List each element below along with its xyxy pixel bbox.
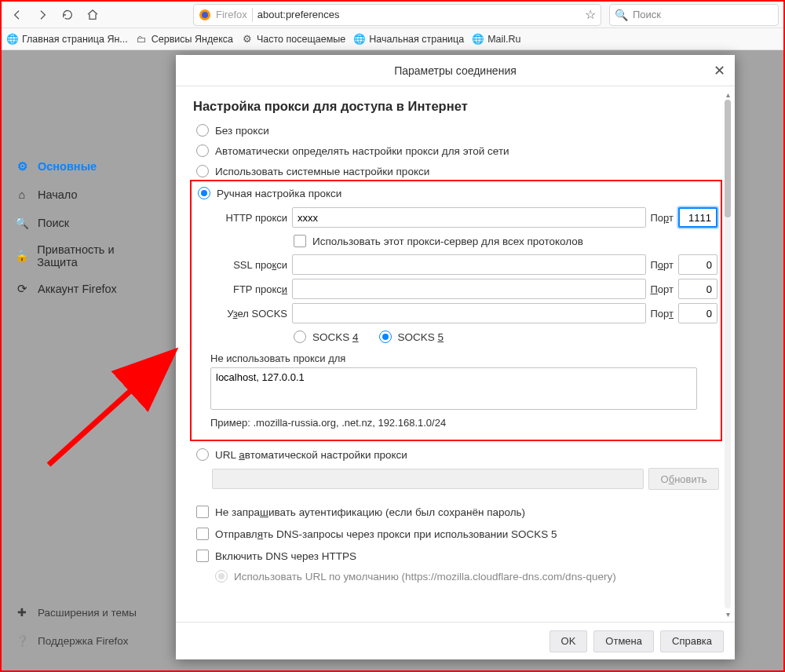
ftp-proxy-label: FTP прокси xyxy=(210,283,287,295)
no-auth-checkbox[interactable]: Не запрашивать аутентификацию (если был … xyxy=(193,501,719,523)
sidebar-item-account[interactable]: ⟳Аккаунт Firefox xyxy=(9,275,159,303)
http-port-input[interactable] xyxy=(678,207,717,228)
refresh-button: Обновить xyxy=(648,468,719,490)
reload-button[interactable] xyxy=(57,4,78,26)
radio-auto-detect[interactable]: Автоматически определять настройки прокс… xyxy=(193,141,719,161)
svg-point-1 xyxy=(202,12,208,18)
radio-system-proxy[interactable]: Использовать системные настройки прокси xyxy=(193,161,719,181)
cancel-button[interactable]: Отмена xyxy=(593,630,654,652)
sidebar-item-home[interactable]: ⌂Начало xyxy=(9,181,159,209)
ssl-proxy-row: SSL прокси Порт xyxy=(210,254,717,275)
scroll-thumb[interactable] xyxy=(725,100,731,217)
bookmark-item[interactable]: 🌐Начальная страница xyxy=(353,33,464,46)
radio-socks5[interactable] xyxy=(379,331,392,343)
manual-proxy-highlight: Ручная настройка прокси HTTP прокси Порт… xyxy=(190,180,722,441)
ok-button[interactable]: OK xyxy=(550,630,588,652)
search-icon: 🔍 xyxy=(14,215,30,231)
ssl-proxy-label: SSL прокси xyxy=(210,259,287,271)
checkbox-icon xyxy=(196,550,209,562)
use-for-all-checkbox[interactable]: Использовать этот прокси-сервер для всех… xyxy=(294,232,717,250)
bookmarks-bar: 🌐Главная страница Ян... 🗀Сервисы Яндекса… xyxy=(2,28,783,50)
browser-toolbar: Firefox about:preferences ☆ 🔍 Поиск xyxy=(2,2,783,28)
http-proxy-label: HTTP прокси xyxy=(210,212,287,224)
home-button[interactable] xyxy=(82,4,104,26)
bookmark-item[interactable]: 🌐Главная страница Ян... xyxy=(6,33,128,46)
globe-icon: 🌐 xyxy=(353,33,366,46)
ssl-proxy-input[interactable] xyxy=(292,254,646,275)
dialog-header: Параметры соединения ✕ xyxy=(176,55,735,86)
radio-pac-url[interactable]: URL автоматической настройки прокси xyxy=(193,444,719,465)
ftp-proxy-row: FTP прокси Порт xyxy=(210,279,717,299)
dialog-footer: OK Отмена Справка xyxy=(176,622,735,659)
no-proxy-example: Пример: .mozilla-russia.org, .net.nz, 19… xyxy=(210,417,717,429)
no-proxy-for-label: Не использовать прокси для xyxy=(210,352,717,364)
globe-icon: 🌐 xyxy=(472,33,484,46)
bookmark-item[interactable]: ⚙Часто посещаемые xyxy=(241,33,345,46)
pac-url-row: Обновить xyxy=(212,468,719,490)
ftp-proxy-input[interactable] xyxy=(292,279,646,299)
no-proxy-for-input[interactable] xyxy=(210,367,697,410)
gear-icon: ⚙ xyxy=(14,159,30,174)
urlbar-brand: Firefox xyxy=(216,9,247,20)
socks-port-input[interactable] xyxy=(678,303,717,323)
socks-dns-checkbox[interactable]: Отправлять DNS-запросы через прокси при … xyxy=(193,523,719,545)
url-bar[interactable]: Firefox about:preferences ☆ xyxy=(193,4,601,26)
radio-icon xyxy=(198,187,210,199)
bookmark-star-icon[interactable]: ☆ xyxy=(585,7,596,22)
radio-manual-proxy[interactable]: Ручная настройка прокси xyxy=(195,183,717,203)
doh-checkbox[interactable]: Включить DNS через HTTPS xyxy=(193,545,719,567)
socks-host-row: Узел SOCKS Порт xyxy=(210,303,717,323)
urlbar-address: about:preferences xyxy=(257,9,580,20)
radio-icon xyxy=(215,570,228,583)
sidebar-item-privacy[interactable]: 🔒Приватность и Защита xyxy=(9,237,159,275)
socks-port-label: Порт xyxy=(651,308,674,320)
dialog-body: Настройка прокси для доступа в Интернет … xyxy=(176,86,735,622)
sync-icon: ⟳ xyxy=(14,281,30,297)
sidebar-item-search[interactable]: 🔍Поиск xyxy=(9,209,159,237)
socks-host-label: Узел SOCKS xyxy=(210,308,287,320)
radio-icon xyxy=(196,144,209,157)
search-icon: 🔍 xyxy=(615,9,628,21)
search-placeholder: Поиск xyxy=(633,9,661,20)
search-bar[interactable]: 🔍 Поиск xyxy=(609,4,779,26)
lock-icon: 🔒 xyxy=(14,248,29,264)
proxy-heading: Настройка прокси для доступа в Интернет xyxy=(193,99,719,114)
close-button[interactable]: ✕ xyxy=(710,61,728,80)
radio-socks4[interactable] xyxy=(294,331,306,343)
checkbox-icon xyxy=(294,235,306,247)
urlbar-separator xyxy=(252,8,253,22)
http-proxy-input[interactable] xyxy=(292,207,646,228)
help-button[interactable]: Справка xyxy=(660,630,724,652)
dialog-title: Параметры соединения xyxy=(394,64,517,77)
socks-host-input[interactable] xyxy=(292,303,646,323)
pac-url-input xyxy=(212,469,644,489)
firefox-icon xyxy=(199,9,211,21)
scroll-up-icon[interactable]: ▴ xyxy=(722,89,733,99)
radio-icon xyxy=(196,448,209,461)
ssl-port-input[interactable] xyxy=(678,254,717,275)
bookmark-item[interactable]: 🌐Mail.Ru xyxy=(472,33,520,46)
forward-button[interactable] xyxy=(31,4,53,26)
doh-default-radio: Использовать URL по умолчанию (https://m… xyxy=(193,567,719,586)
ftp-port-input[interactable] xyxy=(678,279,717,299)
sidebar-item-general[interactable]: ⚙Основные xyxy=(9,152,159,181)
ftp-port-label: Порт xyxy=(651,283,674,295)
connection-settings-dialog: Параметры соединения ✕ Настройка прокси … xyxy=(176,55,735,659)
dialog-scrollbar[interactable]: ▴ ▾ xyxy=(722,89,733,619)
checkbox-icon xyxy=(196,528,209,540)
home-icon: ⌂ xyxy=(14,187,30,203)
preferences-sidebar: ⚙Основные ⌂Начало 🔍Поиск 🔒Приватность и … xyxy=(9,152,159,303)
folder-icon: 🗀 xyxy=(136,33,148,46)
http-port-label: Порт xyxy=(651,212,674,224)
radio-icon xyxy=(196,124,209,137)
radio-no-proxy[interactable]: Без прокси xyxy=(193,120,719,141)
socks-version-group: SOCKS 4 SOCKS 5 xyxy=(294,327,717,349)
http-proxy-row: HTTP прокси Порт xyxy=(210,207,717,228)
checkbox-icon xyxy=(196,506,209,518)
radio-icon xyxy=(196,165,209,177)
bookmark-folder[interactable]: 🗀Сервисы Яндекса xyxy=(136,33,233,46)
globe-icon: 🌐 xyxy=(6,33,19,46)
scroll-down-icon[interactable]: ▾ xyxy=(722,609,733,619)
gear-icon: ⚙ xyxy=(241,33,254,46)
back-button[interactable] xyxy=(6,4,28,26)
